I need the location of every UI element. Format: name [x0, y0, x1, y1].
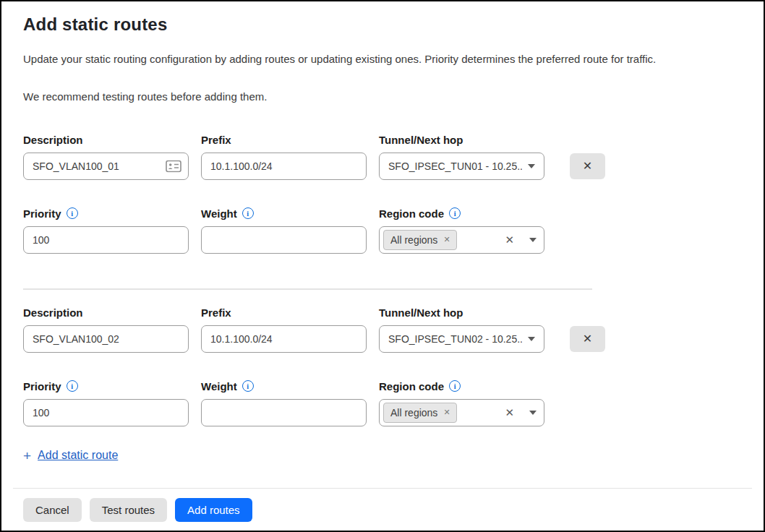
- caret-down-icon: [528, 164, 535, 168]
- tunnel-select[interactable]: SFO_IPSEC_TUN01 - 10.25...: [379, 153, 544, 180]
- region-tag-label: All regions: [390, 234, 437, 246]
- test-routes-button[interactable]: Test routes: [90, 498, 167, 522]
- description-label: Description: [23, 134, 83, 146]
- info-icon[interactable]: i: [67, 207, 78, 219]
- footer-actions: Cancel Test routes Add routes: [1, 489, 764, 522]
- region-tag: All regions ✕: [383, 230, 457, 250]
- remove-route-button[interactable]: ✕: [570, 326, 605, 352]
- priority-input[interactable]: [23, 399, 189, 426]
- info-icon[interactable]: i: [67, 380, 78, 392]
- add-static-route-link[interactable]: Add static route: [38, 449, 118, 462]
- prefix-input[interactable]: [201, 325, 367, 353]
- region-code-label: Region code: [379, 380, 444, 392]
- add-static-routes-dialog: Add static routes Update your static rou…: [0, 0, 765, 532]
- weight-input[interactable]: [201, 399, 367, 426]
- dialog-recommendation: We recommend testing routes before addin…: [23, 90, 742, 104]
- description-input[interactable]: [23, 325, 189, 353]
- dialog-description: Update your static routing configuration…: [23, 52, 742, 66]
- clear-selection-icon[interactable]: ✕: [505, 407, 514, 418]
- priority-label: Priority: [23, 380, 61, 392]
- tunnel-label: Tunnel/Next hop: [379, 134, 463, 146]
- cancel-button[interactable]: Cancel: [23, 498, 82, 522]
- caret-down-icon: [529, 411, 537, 415]
- region-code-select[interactable]: All regions ✕ ✕: [379, 399, 544, 426]
- remove-tag-icon[interactable]: ✕: [443, 236, 450, 244]
- region-tag-label: All regions: [390, 407, 437, 419]
- info-icon[interactable]: i: [449, 380, 461, 392]
- tunnel-selected-value: SFO_IPSEC_TUN02 - 10.25...: [388, 333, 522, 345]
- caret-down-icon: [528, 337, 535, 341]
- prefix-label: Prefix: [201, 306, 231, 319]
- caret-down-icon: [529, 238, 537, 242]
- weight-label: Weight: [201, 207, 237, 220]
- remove-tag-icon[interactable]: ✕: [443, 408, 450, 416]
- tunnel-selected-value: SFO_IPSEC_TUN01 - 10.25...: [388, 160, 522, 172]
- add-routes-button[interactable]: Add routes: [175, 498, 252, 522]
- region-code-select[interactable]: All regions ✕ ✕: [379, 226, 544, 254]
- description-input[interactable]: [23, 153, 189, 180]
- info-icon[interactable]: i: [242, 380, 254, 392]
- remove-route-button[interactable]: ✕: [570, 153, 605, 179]
- region-code-label: Region code: [379, 207, 444, 220]
- page-title: Add static routes: [23, 14, 742, 35]
- route-entry-1: Description: [23, 134, 742, 254]
- description-label: Description: [23, 306, 83, 319]
- priority-label: Priority: [23, 207, 61, 220]
- prefix-input[interactable]: [201, 153, 367, 180]
- info-icon[interactable]: i: [449, 207, 461, 219]
- region-tag: All regions ✕: [383, 403, 457, 423]
- autofill-contact-icon[interactable]: [166, 160, 181, 172]
- clear-selection-icon[interactable]: ✕: [505, 234, 514, 245]
- weight-input[interactable]: [201, 226, 367, 254]
- prefix-label: Prefix: [201, 134, 231, 146]
- priority-input[interactable]: [23, 226, 189, 254]
- info-icon[interactable]: i: [242, 207, 254, 219]
- plus-icon: +: [23, 449, 31, 463]
- tunnel-label: Tunnel/Next hop: [379, 306, 463, 319]
- tunnel-select[interactable]: SFO_IPSEC_TUN02 - 10.25...: [379, 325, 544, 353]
- weight-label: Weight: [201, 380, 237, 392]
- route-entry-2: Description Prefix Tunnel/Next hop SFO: [23, 306, 742, 426]
- route-divider: [23, 288, 592, 290]
